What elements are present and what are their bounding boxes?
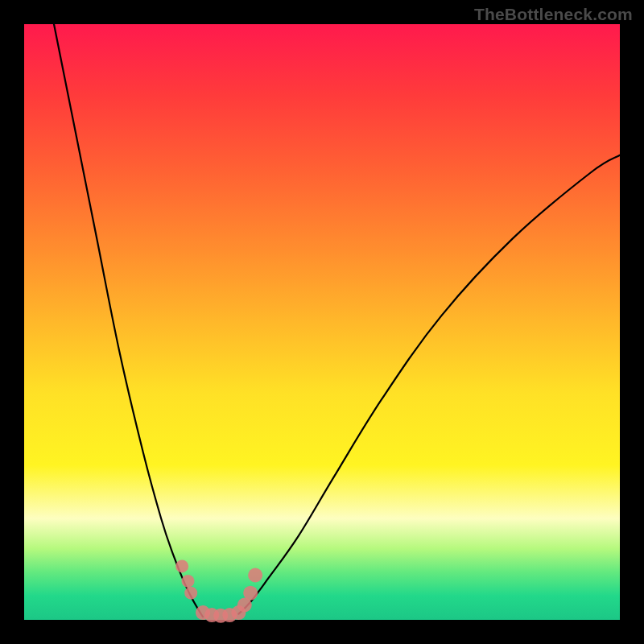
plot-area xyxy=(24,24,620,620)
highlight-dot xyxy=(243,586,258,601)
highlight-dot xyxy=(175,559,188,572)
highlighted-points xyxy=(175,559,262,622)
highlight-dot xyxy=(184,587,197,600)
highlight-dot xyxy=(248,568,262,583)
watermark-text: TheBottleneck.com xyxy=(474,5,633,24)
chart-frame: TheBottleneck.com xyxy=(0,0,644,644)
curve-layer xyxy=(24,24,620,620)
right-curve xyxy=(238,155,620,614)
highlight-dot xyxy=(182,575,195,588)
left-curve xyxy=(54,24,203,617)
